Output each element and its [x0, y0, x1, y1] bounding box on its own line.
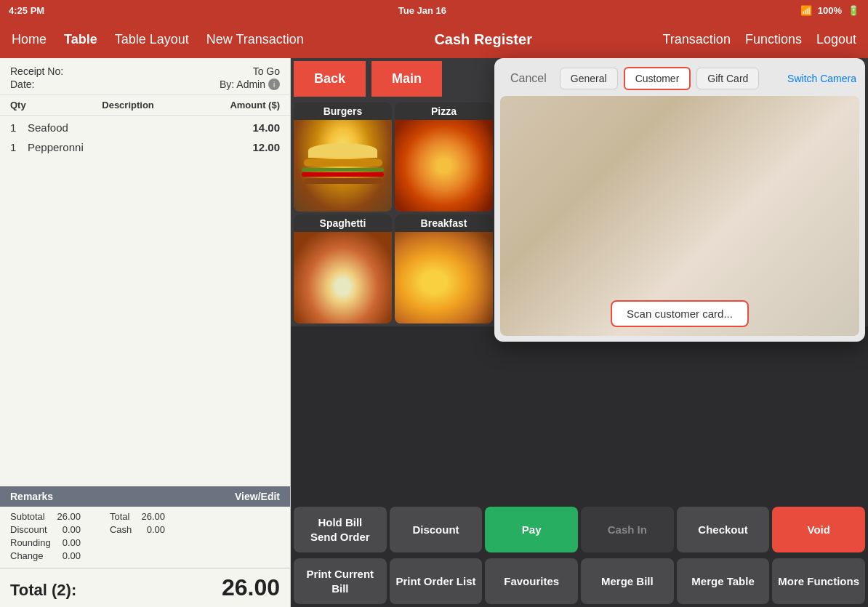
nav-functions[interactable]: Functions: [745, 32, 802, 47]
back-button[interactable]: Back: [294, 61, 366, 97]
merge-bill-button[interactable]: Merge Bill: [581, 558, 674, 604]
void-button[interactable]: Void: [772, 507, 865, 552]
change-label: Change: [10, 550, 44, 561]
receipt-by-label: By: Admin: [220, 79, 265, 90]
status-time: 4:25 PM: [9, 5, 44, 16]
receipt-header: Receipt No: To Go Date: By: Admin i: [0, 58, 290, 95]
discount-value: 0.00: [63, 524, 81, 535]
nav-logout[interactable]: Logout: [816, 32, 856, 47]
nav-table-layout[interactable]: Table Layout: [115, 32, 189, 47]
rounding-value: 0.00: [63, 537, 81, 548]
category-breakfast-label: Breakfast: [395, 214, 493, 232]
main-button[interactable]: Main: [371, 61, 442, 97]
favourites-button[interactable]: Favourites: [485, 558, 578, 604]
status-date: Tue Jan 16: [398, 5, 446, 16]
status-bar: 4:25 PM Tue Jan 16 📶 100% 🔋: [0, 0, 868, 20]
category-pizza[interactable]: Pizza: [395, 102, 493, 212]
category-burgers-label: Burgers: [294, 102, 392, 120]
pizza-image: [395, 120, 493, 212]
info-icon[interactable]: i: [268, 79, 280, 90]
cash-in-button[interactable]: Cash In: [581, 507, 674, 552]
total-label: Total: [110, 511, 129, 522]
battery-icon: 🔋: [848, 5, 859, 16]
burgers-image: [294, 120, 392, 212]
cash-label: Cash: [110, 524, 132, 535]
discount-button[interactable]: Discount: [390, 507, 483, 552]
spaghetti-image: [294, 232, 392, 323]
category-pizza-label: Pizza: [395, 102, 493, 120]
grand-total: Total (2): 26.00: [0, 568, 290, 607]
more-functions-button[interactable]: More Functions: [772, 558, 865, 604]
grand-total-value: 26.00: [222, 574, 280, 601]
category-burgers[interactable]: Burgers: [294, 102, 392, 212]
col-description: Description: [102, 100, 154, 110]
category-spaghetti[interactable]: Spaghetti: [294, 214, 392, 323]
totals-section: Subtotal 26.00 Discount 0.00 Rounding 0.…: [0, 507, 290, 568]
cash-value: 0.00: [147, 524, 165, 535]
checkout-button[interactable]: Checkout: [677, 507, 770, 552]
receipt-items: 1 Seafood 14.00 1 Pepperonni 12.00: [0, 116, 290, 486]
scan-customer-card-button[interactable]: Scan customer card...: [611, 300, 749, 327]
nav-bar: Home Table Table Layout New Transaction …: [0, 20, 868, 58]
receipt-panel: Receipt No: To Go Date: By: Admin i Qty …: [0, 58, 291, 607]
receipt-no-value: To Go: [253, 65, 280, 77]
receipt-date-label: Date:: [10, 79, 34, 90]
breakfast-image: [395, 232, 493, 323]
popup-tab-general[interactable]: General: [560, 68, 618, 89]
receipt-column-headers: Qty Description Amount ($): [0, 95, 290, 116]
popup-tab-gift-card[interactable]: Gift Card: [696, 68, 759, 89]
popup-cancel-button[interactable]: Cancel: [503, 68, 554, 89]
table-row: 1 Seafood 14.00: [10, 121, 280, 134]
camera-area: Scan customer card...: [500, 96, 859, 336]
category-spaghetti-label: Spaghetti: [294, 214, 392, 232]
hold-bill-button[interactable]: Hold Bill Send Order: [294, 507, 387, 552]
merge-table-button[interactable]: Merge Table: [677, 558, 770, 604]
switch-camera-button[interactable]: Switch Camera: [787, 73, 856, 84]
nav-title: Cash Register: [321, 31, 646, 48]
change-value: 0.00: [63, 550, 81, 561]
nav-home[interactable]: Home: [12, 32, 47, 47]
subtotal-label: Subtotal: [10, 511, 45, 522]
grand-total-label: Total (2):: [10, 581, 76, 600]
remarks-label: Remarks: [10, 491, 53, 502]
nav-table[interactable]: Table: [64, 32, 97, 47]
battery-level: 100%: [818, 5, 842, 16]
wifi-icon: 📶: [800, 5, 812, 16]
col-amount: Amount ($): [230, 100, 280, 110]
pay-button[interactable]: Pay: [485, 507, 578, 552]
table-row: 1 Pepperonni 12.00: [10, 141, 280, 153]
action-bar-1: Hold Bill Send Order Discount Pay Cash I…: [291, 504, 868, 555]
category-breakfast[interactable]: Breakfast: [395, 214, 493, 323]
col-qty: Qty: [10, 100, 26, 110]
popup-tabs: Cancel General Customer Gift Card Switch…: [494, 58, 865, 90]
print-order-list-button[interactable]: Print Order List: [390, 558, 483, 604]
popup-tab-customer[interactable]: Customer: [624, 67, 691, 90]
remarks-header: Remarks View/Edit: [0, 486, 290, 507]
rounding-label: Rounding: [10, 537, 51, 548]
print-current-bill-button[interactable]: Print Current Bill: [294, 558, 387, 604]
view-edit-label[interactable]: View/Edit: [235, 491, 280, 502]
customer-popup: Cancel General Customer Gift Card Switch…: [494, 58, 865, 342]
action-bar-2: Print Current Bill Print Order List Favo…: [291, 555, 868, 607]
receipt-no-label: Receipt No:: [10, 65, 63, 77]
subtotal-value: 26.00: [57, 511, 81, 522]
discount-label: Discount: [10, 524, 47, 535]
total-value: 26.00: [141, 511, 165, 522]
nav-transaction[interactable]: Transaction: [663, 32, 731, 47]
nav-new-transaction[interactable]: New Transaction: [206, 32, 304, 47]
